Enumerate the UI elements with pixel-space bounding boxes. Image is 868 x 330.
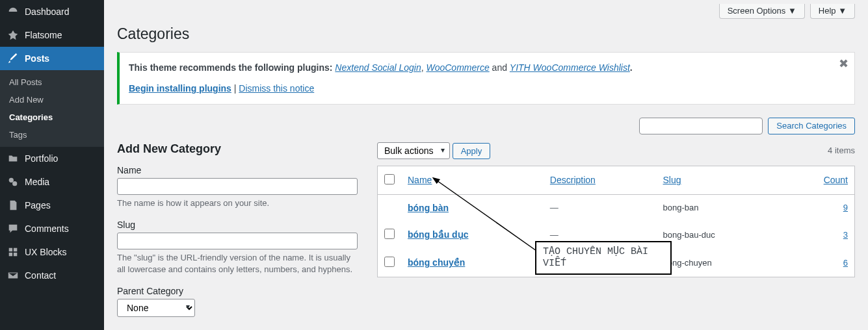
sidebar-item-portfolio[interactable]: Portfolio [0, 147, 104, 170]
name-input[interactable] [117, 178, 358, 195]
sidebar-label: Flatsome [25, 30, 62, 40]
slug-input[interactable] [117, 233, 358, 249]
sidebar-label: Comments [25, 223, 69, 234]
svg-rect-4 [9, 253, 12, 256]
bulk-actions-select[interactable]: Bulk actions [377, 142, 450, 159]
contact-icon [7, 269, 20, 282]
sidebar-label: UX Blocks [25, 247, 67, 257]
svg-rect-3 [14, 248, 17, 251]
begin-install-link[interactable]: Begin installing plugins [129, 83, 231, 94]
plugin-link-nextend[interactable]: Nextend Social Login [335, 62, 421, 73]
col-description[interactable]: Description [550, 175, 596, 185]
media-icon [7, 175, 20, 188]
sidebar-item-pages[interactable]: Pages [0, 194, 104, 217]
svg-rect-5 [14, 253, 17, 256]
name-help: The name is how it appears on your site. [117, 197, 358, 209]
notice-text: This theme recommends the following plug… [129, 62, 335, 73]
sidebar-label: Portfolio [25, 153, 58, 164]
sidebar-label: Pages [25, 200, 51, 210]
sidebar-item-comments[interactable]: Comments [0, 217, 104, 240]
items-count: 4 items [828, 146, 855, 155]
page-title: Categories [117, 23, 855, 52]
uxblocks-icon [7, 246, 20, 259]
category-link[interactable]: bóng bầu dục [408, 229, 468, 240]
posts-icon [7, 52, 20, 65]
svg-point-1 [12, 181, 17, 186]
name-label: Name [117, 165, 358, 175]
category-link[interactable]: bóng bàn [408, 203, 449, 213]
category-count[interactable]: 9 [843, 203, 848, 212]
sidebar-item-flatsome[interactable]: Flatsome [0, 23, 104, 47]
svg-rect-2 [9, 248, 12, 251]
submenu-add-new[interactable]: Add New [0, 91, 104, 108]
sidebar-item-media[interactable]: Media [0, 170, 104, 194]
category-link[interactable]: bóng chuyền [408, 257, 465, 268]
category-slug: bong-bau-duc [657, 221, 782, 249]
sidebar-item-posts[interactable]: Posts [0, 47, 104, 70]
category-count[interactable]: 6 [843, 258, 848, 268]
sidebar-label: Contact [25, 270, 56, 281]
row-checkbox[interactable] [384, 229, 395, 239]
sidebar-label: Dashboard [25, 6, 70, 17]
parent-label: Parent Category [117, 286, 358, 296]
svg-point-0 [9, 178, 14, 183]
dashboard-icon [7, 5, 20, 18]
row-checkbox[interactable] [384, 257, 395, 267]
col-slug[interactable]: Slug [663, 175, 681, 185]
dismiss-notice-link[interactable]: Dismiss this notice [239, 83, 314, 94]
category-desc: — [544, 194, 657, 221]
plugin-notice: This theme recommends the following plug… [117, 52, 855, 105]
category-slug: bong-chuyen [657, 249, 782, 277]
screen-options-button[interactable]: Screen Options ▼ [719, 4, 805, 19]
comments-icon [7, 222, 20, 235]
sidebar-label: Media [25, 177, 49, 187]
category-count[interactable]: 3 [843, 230, 848, 240]
category-slug: bong-ban [657, 194, 782, 221]
apply-button[interactable]: Apply [453, 143, 491, 159]
col-name[interactable]: Name [408, 175, 432, 185]
plugin-link-yith[interactable]: YITH WooCommerce Wishlist [510, 62, 630, 73]
submenu-categories[interactable]: Categories [0, 108, 104, 126]
annotation-box: TẠO CHUYÊN MỤC BÀI VIẾT [535, 241, 672, 275]
help-button[interactable]: Help ▼ [810, 4, 855, 19]
plugin-link-woocommerce[interactable]: WooCommerce [426, 62, 489, 73]
sidebar-item-dashboard[interactable]: Dashboard [0, 0, 104, 23]
pages-icon [7, 199, 20, 212]
parent-category-select[interactable]: None [117, 299, 195, 317]
sidebar-item-uxblocks[interactable]: UX Blocks [0, 240, 104, 264]
select-all-checkbox[interactable] [384, 174, 395, 184]
slug-label: Slug [117, 220, 358, 230]
search-input[interactable] [639, 118, 763, 134]
sidebar-label: Posts [25, 53, 49, 64]
table-row: bóng bàn — bong-ban 9 [378, 194, 855, 221]
posts-submenu: All Posts Add New Categories Tags [0, 70, 104, 147]
portfolio-icon [7, 152, 20, 165]
add-new-category-heading: Add New Category [117, 142, 358, 156]
submenu-all-posts[interactable]: All Posts [0, 73, 104, 91]
close-icon[interactable]: ✖ [836, 57, 850, 71]
col-count[interactable]: Count [824, 175, 848, 185]
search-categories-button[interactable]: Search Categories [768, 118, 855, 134]
sidebar-item-contact[interactable]: Contact [0, 264, 104, 287]
slug-help: The "slug" is the URL-friendly version o… [117, 252, 358, 275]
flatsome-icon [7, 29, 20, 42]
submenu-tags[interactable]: Tags [0, 126, 104, 144]
